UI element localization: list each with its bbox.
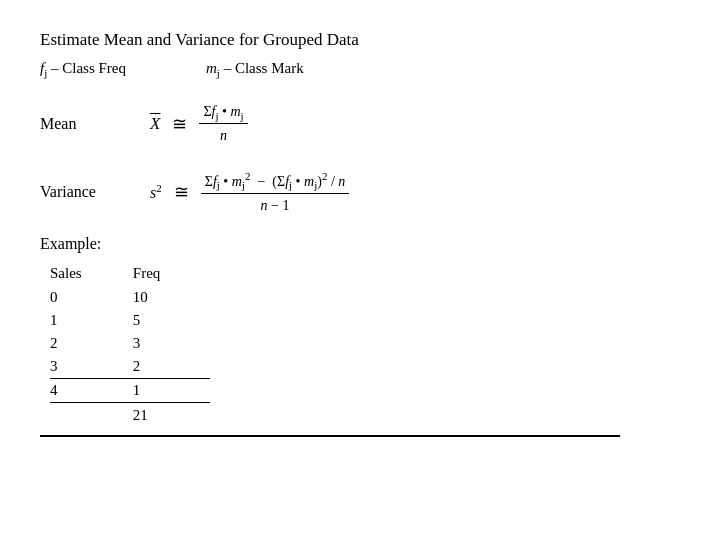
bottom-divider [40,435,620,437]
table-row: 3 2 [50,355,210,379]
mean-section: Mean X ≅ Σfj • mj n [40,99,680,149]
freq-val: 5 [133,309,210,332]
variance-label: Variance [40,183,150,201]
table-row: 4 1 [50,379,210,403]
sales-val: 1 [50,309,133,332]
variance-numerator: Σfj • mj2 − (Σfj • mj)2 / n [201,170,350,194]
variance-fraction: Σfj • mj2 − (Σfj • mj)2 / n n − 1 [201,170,350,214]
total-sales [50,403,133,428]
mean-lhs: X [150,114,160,134]
freq-val: 2 [133,355,210,379]
mean-formula: X ≅ Σfj • mj n [150,104,248,145]
page-title: Estimate Mean and Variance for Grouped D… [40,30,680,50]
mean-fraction: Σfj • mj n [199,104,247,145]
table-row: 0 10 [50,286,210,309]
table-row: 2 3 [50,332,210,355]
mean-denominator: n [216,126,231,144]
variance-section: Variance s2 ≅ Σfj • mj2 − (Σfj • mj)2 / … [40,167,680,217]
mark-label: mj – Class Mark [206,60,304,79]
total-row: 21 [50,403,210,428]
sales-val: 3 [50,355,133,379]
variance-formula: s2 ≅ Σfj • mj2 − (Σfj • mj)2 / n n − 1 [150,170,349,214]
table-row: 1 5 [50,309,210,332]
example-label: Example: [40,235,680,253]
mean-numerator: Σfj • mj [199,104,247,125]
mean-approx: ≅ [172,113,187,135]
freq-label: fj – Class Freq [40,60,126,79]
sales-val: 4 [50,379,133,403]
sales-val: 0 [50,286,133,309]
subtitle-row: fj – Class Freq mj – Class Mark [40,60,680,79]
col-header-freq: Freq [133,263,210,286]
variance-denominator: n − 1 [257,196,294,214]
freq-val: 3 [133,332,210,355]
mean-label: Mean [40,115,150,133]
col-header-sales: Sales [50,263,133,286]
page-container: Estimate Mean and Variance for Grouped D… [0,0,720,467]
data-table: Sales Freq 0 10 1 5 2 3 3 [50,263,680,427]
sales-val: 2 [50,332,133,355]
total-freq: 21 [133,403,210,428]
variance-lhs: s2 [150,182,162,202]
freq-val: 1 [133,379,210,403]
freq-val: 10 [133,286,210,309]
variance-approx: ≅ [174,181,189,203]
